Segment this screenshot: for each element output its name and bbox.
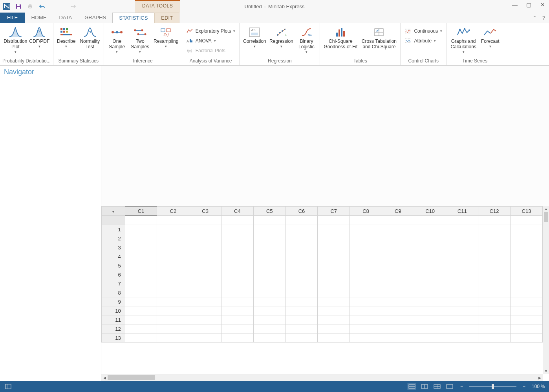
cell[interactable] (253, 279, 285, 288)
cell[interactable] (478, 252, 511, 261)
cell[interactable] (221, 324, 254, 333)
cell[interactable] (478, 324, 511, 333)
cell[interactable] (318, 261, 350, 270)
cell[interactable] (382, 252, 414, 261)
cell[interactable] (414, 288, 446, 297)
cell[interactable] (318, 324, 350, 333)
cell[interactable] (221, 315, 254, 324)
cell[interactable] (446, 306, 478, 315)
cell[interactable] (253, 306, 285, 315)
cell[interactable] (318, 225, 350, 234)
two-samples-button[interactable]: Two Samples▾ (129, 26, 151, 55)
cell[interactable] (350, 315, 382, 324)
close-button[interactable]: ✕ (540, 2, 546, 7)
cell[interactable] (382, 297, 414, 306)
cell[interactable] (414, 225, 446, 234)
normality-test-button[interactable]: ? Normality Test (79, 26, 101, 51)
cell[interactable] (511, 306, 543, 315)
cell[interactable] (125, 333, 157, 343)
cell[interactable] (446, 234, 478, 243)
cell[interactable] (221, 243, 254, 252)
cell[interactable] (157, 261, 189, 270)
cell[interactable] (350, 306, 382, 315)
cell[interactable] (253, 225, 285, 234)
cell[interactable] (253, 297, 285, 306)
column-header[interactable]: C10 (414, 207, 446, 216)
cell[interactable] (446, 324, 478, 333)
cell[interactable] (221, 225, 254, 234)
cell[interactable] (382, 315, 414, 324)
row-header[interactable]: 5 (102, 261, 125, 270)
cell[interactable] (157, 252, 189, 261)
tab-data[interactable]: DATA (53, 13, 78, 23)
column-name-cell[interactable] (478, 216, 511, 225)
column-name-cell[interactable] (285, 216, 318, 225)
cell[interactable] (285, 306, 318, 315)
cell[interactable] (350, 225, 382, 234)
cell[interactable] (189, 288, 221, 297)
column-header[interactable]: C5 (253, 207, 285, 216)
cell[interactable] (478, 279, 511, 288)
row-header[interactable]: 10 (102, 306, 125, 315)
cell[interactable] (125, 261, 157, 270)
column-name-cell[interactable] (157, 216, 189, 225)
column-header[interactable]: C8 (350, 207, 382, 216)
column-name-cell[interactable] (318, 216, 350, 225)
cell[interactable] (221, 306, 254, 315)
column-header[interactable]: C2 (157, 207, 189, 216)
cell[interactable] (414, 243, 446, 252)
cell[interactable] (382, 288, 414, 297)
corner-cell[interactable]: ▾ (102, 207, 125, 216)
cell[interactable] (221, 252, 254, 261)
cell[interactable] (382, 279, 414, 288)
zoom-value[interactable]: 100 % (532, 384, 545, 389)
cell[interactable] (157, 306, 189, 315)
cell[interactable] (350, 270, 382, 279)
cell[interactable] (350, 279, 382, 288)
cell[interactable] (125, 234, 157, 243)
cell[interactable] (446, 270, 478, 279)
cell[interactable] (285, 297, 318, 306)
cell[interactable] (221, 234, 254, 243)
cell[interactable] (189, 315, 221, 324)
vertical-scrollbar[interactable]: ▲ ▼ (543, 206, 549, 374)
cell[interactable] (253, 234, 285, 243)
row-header[interactable]: 1 (102, 225, 125, 234)
cell[interactable] (511, 288, 543, 297)
cell[interactable] (478, 225, 511, 234)
cell[interactable] (511, 225, 543, 234)
cell[interactable] (125, 315, 157, 324)
view-mode-3[interactable] (433, 383, 441, 390)
cell[interactable] (511, 252, 543, 261)
cell[interactable] (414, 315, 446, 324)
cell[interactable] (189, 306, 221, 315)
cell[interactable] (189, 324, 221, 333)
row-header[interactable]: 8 (102, 288, 125, 297)
cell[interactable] (350, 288, 382, 297)
column-name-cell[interactable] (189, 216, 221, 225)
cell[interactable] (350, 324, 382, 333)
cell[interactable] (189, 333, 221, 343)
scroll-down-arrow[interactable]: ▼ (543, 368, 549, 374)
column-header[interactable]: C12 (478, 207, 511, 216)
column-header[interactable]: C4 (221, 207, 254, 216)
cell[interactable] (318, 279, 350, 288)
cell[interactable] (221, 288, 254, 297)
cell[interactable] (221, 270, 254, 279)
cell[interactable] (511, 261, 543, 270)
print-icon[interactable] (27, 3, 34, 10)
cell[interactable] (221, 297, 254, 306)
cell[interactable] (318, 234, 350, 243)
tab-graphs[interactable]: GRAPHS (78, 13, 112, 23)
cell[interactable] (414, 333, 446, 343)
cell[interactable] (157, 324, 189, 333)
cell[interactable] (285, 279, 318, 288)
cell[interactable] (382, 333, 414, 343)
cell[interactable] (189, 234, 221, 243)
cell[interactable] (189, 252, 221, 261)
cell[interactable] (253, 324, 285, 333)
cell[interactable] (382, 234, 414, 243)
column-header[interactable]: C1 (125, 207, 157, 216)
continuous-button[interactable]: Continuous▾ (403, 27, 444, 35)
cell[interactable] (125, 225, 157, 234)
